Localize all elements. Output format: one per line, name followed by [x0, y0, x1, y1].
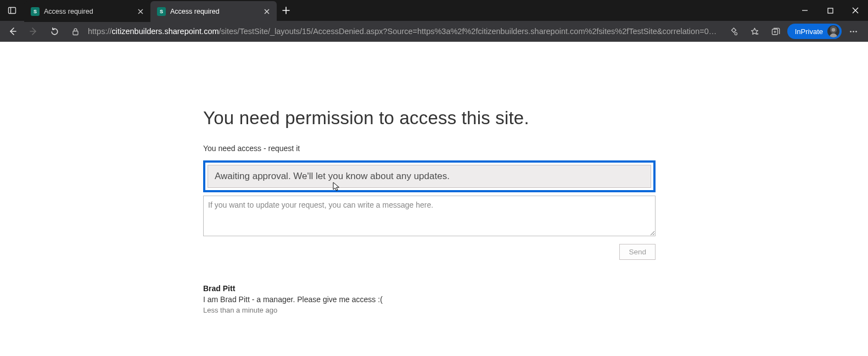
new-tab-button[interactable] [277, 0, 295, 21]
maximize-button[interactable] [817, 0, 843, 21]
send-button[interactable]: Send [619, 244, 656, 260]
address-bar[interactable]: https://citizenbuilders.sharepoint.com/s… [66, 23, 723, 40]
inprivate-indicator[interactable]: InPrivate [787, 24, 842, 39]
page-viewport: You need permission to access this site.… [0, 42, 868, 356]
svg-point-14 [850, 31, 852, 32]
sharepoint-favicon-icon: S [31, 7, 40, 16]
browser-tab-0[interactable]: S Access required [24, 1, 150, 22]
profile-avatar-icon [827, 25, 839, 37]
browser-titlebar: S Access required S Access required [0, 0, 868, 21]
status-message: Awaiting approval. We'll let you know ab… [208, 165, 651, 188]
tab-title: Access required [170, 8, 258, 15]
browser-toolbar: https://citizenbuilders.sharepoint.com/s… [0, 21, 868, 42]
collections-button[interactable] [766, 23, 785, 40]
page-subtitle: You need access - request it [203, 144, 656, 153]
browser-tab-1[interactable]: S Access required [150, 1, 277, 22]
back-button[interactable] [3, 23, 22, 40]
svg-rect-0 [9, 8, 16, 14]
requester-message: I am Brad Pitt - a manager. Please give … [203, 295, 656, 304]
page-title: You need permission to access this site. [203, 108, 656, 129]
requester-name: Brad Pitt [203, 284, 656, 293]
svg-rect-3 [828, 8, 833, 13]
svg-point-7 [735, 32, 737, 35]
previous-request: Brad Pitt I am Brad Pitt - a manager. Pl… [203, 284, 656, 314]
svg-rect-6 [73, 31, 78, 35]
forward-button[interactable] [24, 23, 43, 40]
close-tab-button[interactable] [136, 7, 145, 16]
tab-title: Access required [44, 8, 132, 15]
request-timestamp: Less than a minute ago [203, 306, 656, 314]
tab-actions-button[interactable] [0, 0, 24, 21]
inprivate-label: InPrivate [795, 27, 823, 36]
close-tab-button[interactable] [262, 7, 271, 16]
svg-point-15 [853, 31, 854, 32]
svg-point-13 [832, 28, 836, 32]
request-message-input[interactable] [203, 196, 656, 236]
refresh-button[interactable] [45, 23, 64, 40]
sharepoint-favicon-icon: S [157, 7, 166, 16]
minimize-button[interactable] [792, 0, 817, 21]
favorites-button[interactable] [746, 23, 764, 40]
tracking-prevention-button[interactable] [725, 23, 743, 40]
close-window-button[interactable] [843, 0, 868, 21]
svg-point-16 [855, 31, 857, 32]
url-text: https://citizenbuilders.sharepoint.com/s… [88, 27, 720, 36]
status-highlight-box: Awaiting approval. We'll let you know ab… [203, 160, 656, 192]
site-info-lock-icon[interactable] [68, 24, 83, 39]
window-controls [792, 0, 868, 21]
settings-more-button[interactable] [844, 23, 863, 40]
